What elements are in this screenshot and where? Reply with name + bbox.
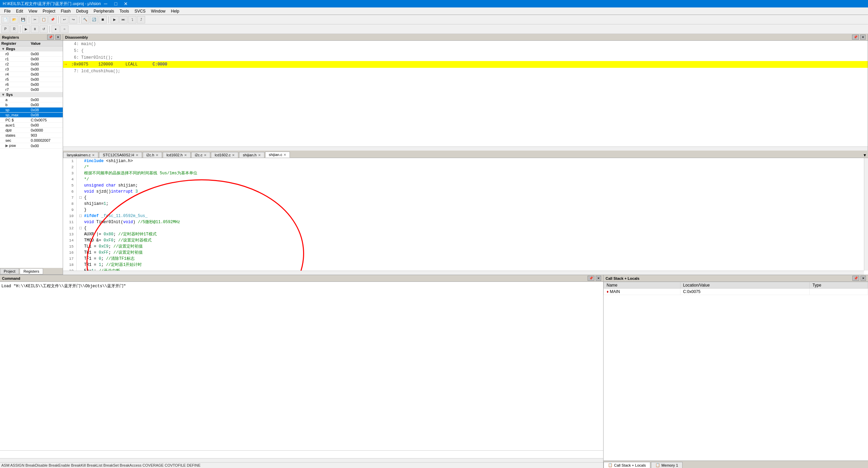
registers-panel: Registers 📌 ✕ Register Value ▼ Regs xyxy=(0,34,63,275)
callstack-tab-memory[interactable]: 📋 Memory 1 xyxy=(651,462,683,468)
tab-overflow-btn[interactable]: ▾ xyxy=(862,152,868,158)
tab-shijianh[interactable]: shijian.h ✕ xyxy=(239,152,264,158)
tab-lanyakaimen[interactable]: lanyakaimen.c ✕ xyxy=(63,152,98,158)
menu-flash[interactable]: Flash xyxy=(58,8,73,14)
menu-svcs[interactable]: SVCS xyxy=(132,8,149,14)
code-line-4: 4 */ xyxy=(63,176,868,182)
command-pin[interactable]: 📌 xyxy=(588,276,594,281)
disasm-line-active: → :0x0075 120000 LCALL C:0000 xyxy=(63,61,868,68)
new-btn[interactable]: 📄 xyxy=(1,16,9,23)
tab-lcd1602h[interactable]: lcd1602.h ✕ xyxy=(163,152,191,158)
code-line-17: 17 TF1 = 0; //清除TF1标志 xyxy=(63,256,868,262)
restore-button[interactable]: □ xyxy=(111,0,120,7)
build-btn[interactable]: 🔨 xyxy=(81,16,89,23)
reset-btn[interactable]: ↺ xyxy=(40,25,48,33)
debug-start-btn[interactable]: ▶ xyxy=(111,16,119,23)
command-hscroll[interactable] xyxy=(0,458,603,462)
disasm-line-6: 6: Timer0Init(); xyxy=(63,54,868,61)
menu-debug[interactable]: Debug xyxy=(74,8,91,14)
code-editor[interactable]: 1 #include <shijian.h> 2 /* 3 xyxy=(63,158,868,275)
callstack-header: Call Stack + Locals 📌 ✕ xyxy=(604,275,868,282)
bp-btn[interactable]: ● xyxy=(52,25,60,33)
code-line-11: 11 void Timer0Init(void) //5微秒@11.0592MH… xyxy=(63,219,868,225)
command-close[interactable]: ✕ xyxy=(596,276,601,281)
callstack-close[interactable]: ✕ xyxy=(861,276,866,281)
disassembly-content[interactable]: 4: main() 5: { 6: Timer0Init(); → :0x007… xyxy=(63,41,868,147)
list-item: r50x00 xyxy=(0,77,63,82)
code-line-3: 3 根据不同频率的晶振选择不同的时间基线 5us/1ms为基本单位 xyxy=(63,170,868,176)
tab-i2cc[interactable]: i2c.c ✕ xyxy=(191,152,211,158)
register-scroll[interactable]: Register Value ▼ Regs r00x00 r10x00 r20x… xyxy=(0,41,63,268)
register-table: Register Value ▼ Regs r00x00 r10x00 r20x… xyxy=(0,41,63,149)
close-button[interactable]: ✕ xyxy=(121,0,131,7)
disassembly-pin[interactable]: 📌 xyxy=(852,35,859,40)
list-item: sec0.00002007 xyxy=(0,138,63,143)
sep1 xyxy=(29,16,29,23)
menu-peripherals[interactable]: Peripherals xyxy=(91,8,117,14)
save-btn[interactable]: 💾 xyxy=(19,16,27,23)
step-btn[interactable]: ⏭ xyxy=(119,16,127,23)
registers-tab[interactable]: Registers xyxy=(20,268,43,274)
reg-group-sys: ▼ Sys xyxy=(0,92,63,97)
menu-bar: File Edit View Project Flash Debug Perip… xyxy=(0,7,868,15)
redo-btn[interactable]: ↪ xyxy=(69,16,77,23)
list-item: r60x00 xyxy=(0,82,63,87)
menu-help[interactable]: Help xyxy=(168,8,182,14)
list-item: auxr10x00 xyxy=(0,123,63,128)
stop-btn[interactable]: ⏹ xyxy=(99,16,107,23)
menu-edit[interactable]: Edit xyxy=(13,8,26,14)
minimize-button[interactable]: ─ xyxy=(101,0,110,7)
tab-i2ch[interactable]: i2c.h ✕ xyxy=(143,152,162,158)
sep4 xyxy=(108,16,109,23)
bp-clr-btn[interactable]: ○ xyxy=(60,25,68,33)
registers-pin[interactable]: 📌 xyxy=(47,35,54,40)
command-input[interactable] xyxy=(1,451,591,457)
cut-btn[interactable]: ✂ xyxy=(31,16,39,23)
step-over-btn[interactable]: ⤵ xyxy=(128,16,136,23)
callstack-col-type: Type xyxy=(810,282,868,289)
callstack-pin[interactable]: 📌 xyxy=(852,276,859,281)
callstack-content[interactable]: Name Location/Value Type ♦ MAIN C:0x0075 xyxy=(604,282,868,461)
editor-vscroll[interactable] xyxy=(864,158,868,271)
editor-hscroll[interactable] xyxy=(63,271,864,275)
undo-btn[interactable]: ↩ xyxy=(60,16,68,23)
command-title: Command xyxy=(2,276,586,280)
menu-project[interactable]: Project xyxy=(40,8,58,14)
disassembly-close[interactable]: ✕ xyxy=(860,35,866,40)
title-bar: H:\KEILS\工程文件\蓝牙开门\蓝牙开门.uvproj - μVision… xyxy=(0,0,868,7)
tab-lcd1602c[interactable]: lcd1602.c ✕ xyxy=(211,152,238,158)
callstack-tab-icon: 📋 xyxy=(608,463,613,467)
rebuild-btn[interactable]: 🔄 xyxy=(90,16,98,23)
list-item: r00x00 xyxy=(0,52,63,57)
stop2-btn[interactable]: ⏸ xyxy=(31,25,39,33)
reg-col-name: Register xyxy=(0,41,29,46)
callstack-tab-locals[interactable]: 📋 Call Stack + Locals xyxy=(604,462,650,468)
disasm-hscroll[interactable] xyxy=(63,147,868,151)
project-tab[interactable]: Project xyxy=(0,268,19,274)
copy-btn[interactable]: 📋 xyxy=(40,16,48,23)
tab-stc12[interactable]: STC12C5A60S2.H ✕ xyxy=(99,152,142,158)
menu-window[interactable]: Window xyxy=(148,8,168,14)
project-btn[interactable]: P xyxy=(1,25,9,33)
list-item: r20x00 xyxy=(0,62,63,67)
registers-close[interactable]: ✕ xyxy=(55,35,61,40)
top-area: Registers 📌 ✕ Register Value ▼ Regs xyxy=(0,34,868,275)
toolbar-1: 📄 📂 💾 ✂ 📋 📌 ↩ ↪ 🔨 🔄 ⏹ ▶ ⏭ ⤵ ⤴ xyxy=(0,15,868,24)
command-bottom-bar: ASM ASSIGN BreakDisable BreakEnable Brea… xyxy=(0,462,603,468)
disassembly-title: Disassembly xyxy=(65,35,851,39)
code-line-15: 15 TL1 = 0xC9; //设置定时初值 xyxy=(63,243,868,250)
code-line-8: 8 shijian=1; xyxy=(63,201,868,207)
menu-tools[interactable]: Tools xyxy=(117,8,132,14)
menu-view[interactable]: View xyxy=(26,8,40,14)
menu-file[interactable]: File xyxy=(1,8,13,14)
step-out-btn[interactable]: ⤴ xyxy=(137,16,145,23)
reg-group-regs: ▼ Regs xyxy=(0,46,63,52)
regs-btn[interactable]: R xyxy=(10,25,18,33)
editor-tabs: lanyakaimen.c ✕ STC12C5A60S2.H ✕ i2c.h ✕… xyxy=(63,151,868,158)
disasm-line-4: 4: main() xyxy=(63,41,868,47)
run-btn[interactable]: ▶ xyxy=(22,25,30,33)
callstack-panel: Call Stack + Locals 📌 ✕ Name Location/Va… xyxy=(604,275,868,468)
paste-btn[interactable]: 📌 xyxy=(48,16,57,23)
tab-shijianc[interactable]: shijian.c ✕ xyxy=(265,152,290,158)
open-btn[interactable]: 📂 xyxy=(10,16,18,23)
